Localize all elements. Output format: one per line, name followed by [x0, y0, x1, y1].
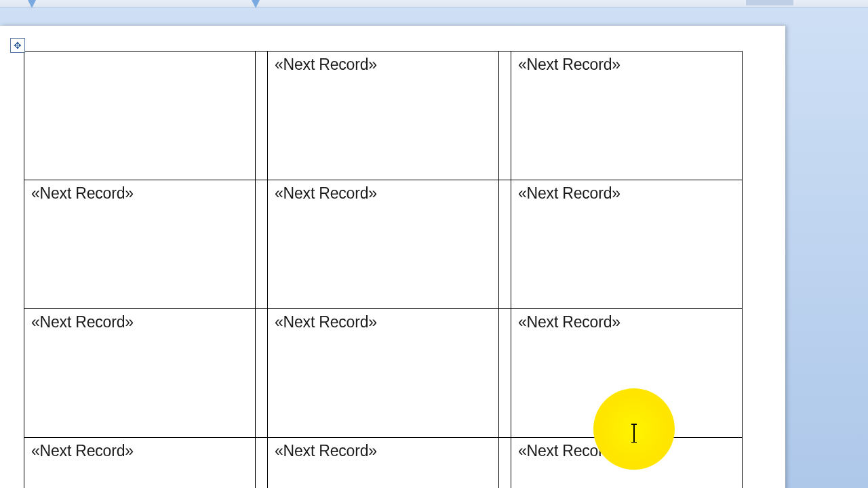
merge-field: «Next Record»: [518, 184, 620, 202]
merge-field: «Next Record»: [518, 56, 620, 73]
merge-field: «Next Record»: [518, 442, 620, 460]
table-row: «Next Record» «Next Record»: [24, 52, 743, 180]
label-cell[interactable]: «Next Record»: [511, 309, 743, 438]
indent-marker-left[interactable]: [27, 0, 37, 8]
merge-field: «Next Record»: [275, 184, 377, 202]
merge-field: «Next Record»: [275, 56, 377, 73]
label-cell[interactable]: «Next Record»: [511, 438, 743, 489]
merge-field: «Next Record»: [31, 313, 134, 331]
label-cell[interactable]: «Next Record»: [268, 180, 499, 309]
ruler-margin-block: [746, 0, 793, 5]
label-table[interactable]: «Next Record» «Next Record» «Next Record…: [24, 51, 743, 488]
label-gap: [255, 438, 267, 489]
table-row: «Next Record» «Next Record» «Next Record…: [24, 309, 743, 438]
label-gap: [255, 52, 267, 180]
label-gap: [498, 52, 511, 180]
merge-field: «Next Record»: [31, 184, 134, 202]
label-cell[interactable]: «Next Record»: [268, 438, 499, 489]
label-gap: [255, 180, 267, 309]
label-cell[interactable]: «Next Record»: [24, 180, 256, 309]
table-move-handle[interactable]: [10, 38, 25, 53]
label-cell[interactable]: «Next Record»: [24, 438, 256, 489]
label-cell[interactable]: «Next Record»: [268, 52, 499, 180]
label-gap: [255, 309, 267, 438]
label-cell[interactable]: «Next Record»: [268, 309, 499, 438]
merge-field: «Next Record»: [31, 442, 134, 460]
merge-field: «Next Record»: [518, 313, 620, 331]
merge-field: «Next Record»: [275, 313, 377, 331]
text-caret: [633, 424, 635, 443]
label-gap: [498, 309, 511, 438]
ruler[interactable]: [0, 0, 868, 7]
label-cell[interactable]: «Next Record»: [24, 309, 256, 438]
label-gap: [498, 438, 511, 489]
table-row: «Next Record» «Next Record» «Next Record…: [24, 438, 743, 489]
label-gap: [498, 180, 511, 309]
merge-field: «Next Record»: [275, 442, 377, 460]
label-cell[interactable]: «Next Record»: [511, 180, 743, 309]
label-cell[interactable]: [24, 52, 256, 180]
label-cell[interactable]: «Next Record»: [511, 52, 743, 180]
table-row: «Next Record» «Next Record» «Next Record…: [24, 180, 743, 309]
indent-marker-right[interactable]: [251, 0, 260, 8]
